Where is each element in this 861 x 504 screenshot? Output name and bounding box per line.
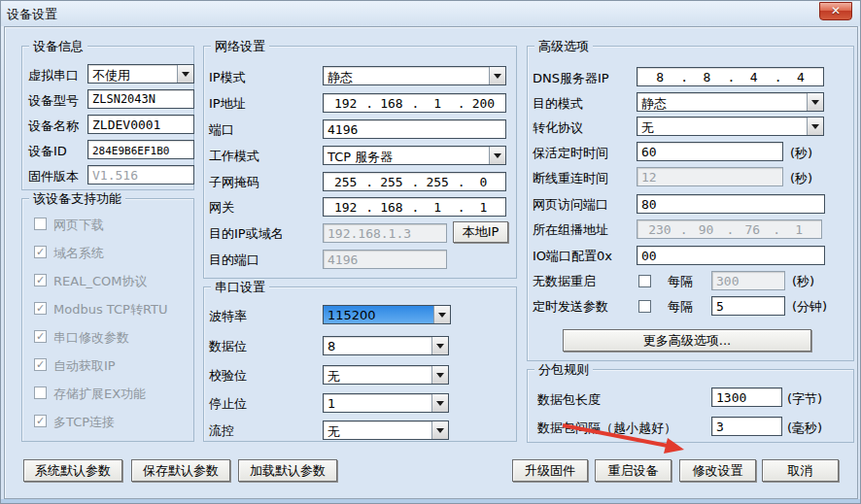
port-field[interactable]: 4196 bbox=[323, 119, 506, 139]
dest-mode-select[interactable]: 静态 bbox=[637, 92, 824, 112]
more-advanced-options-button[interactable]: 更多高级选项... bbox=[563, 329, 811, 352]
device-info-group-label: 设备信息 bbox=[29, 38, 87, 55]
ip-address-field[interactable]: 192.168.1.200 bbox=[323, 93, 506, 113]
apply-settings-button[interactable]: 修改设置 bbox=[679, 459, 756, 482]
protocol-label: 转化协议 bbox=[533, 119, 583, 137]
packet-length-unit: (字节) bbox=[787, 390, 822, 408]
subnet-octet-4[interactable]: 0 bbox=[464, 175, 503, 189]
chevron-down-icon[interactable] bbox=[489, 67, 505, 84]
work-mode-label: 工作模式 bbox=[209, 148, 259, 165]
chevron-down-icon[interactable] bbox=[433, 306, 450, 323]
cancel-button[interactable]: 取消 bbox=[762, 459, 839, 482]
keepalive-unit: (秒) bbox=[790, 145, 812, 162]
io-config-label: IO端口配置0x bbox=[533, 248, 612, 265]
model-field[interactable]: ZLSN2043N bbox=[87, 89, 194, 109]
chevron-down-icon[interactable] bbox=[807, 118, 823, 135]
ip-mode-select[interactable]: 静态 bbox=[323, 66, 506, 85]
reconnect-label: 断线重连时间 bbox=[533, 170, 608, 187]
packet-length-field[interactable]: 1300 bbox=[711, 387, 782, 407]
stop-bits-select[interactable]: 1 bbox=[323, 393, 449, 413]
flow-control-value: 无 bbox=[324, 421, 431, 439]
baud-select[interactable]: 115200 bbox=[323, 305, 451, 324]
save-default-params-button[interactable]: 保存默认参数 bbox=[131, 459, 230, 482]
packet-interval-field[interactable]: 3 bbox=[711, 417, 782, 436]
subnet-octet-2[interactable]: 255 bbox=[371, 175, 411, 189]
no-data-restart-label: 无数据重启 bbox=[533, 273, 596, 290]
data-bits-value: 8 bbox=[324, 337, 431, 354]
timed-send-field[interactable]: 5 bbox=[711, 296, 785, 316]
parity-label: 校验位 bbox=[209, 367, 247, 385]
chevron-down-icon[interactable] bbox=[489, 147, 505, 164]
dns-field[interactable]: 8.8.4.4 bbox=[637, 67, 824, 86]
gateway-field[interactable]: 192.168.1.1 bbox=[323, 197, 506, 217]
work-mode-select[interactable]: TCP 服务器 bbox=[323, 146, 506, 165]
feature-label-realcom: REAL_COM协议 bbox=[53, 273, 147, 290]
baud-label: 波特率 bbox=[209, 308, 247, 325]
feature-checkbox-storage-ex bbox=[34, 386, 47, 399]
gateway-octet-3[interactable]: 1 bbox=[418, 200, 458, 215]
multicast-octet-4: 1 bbox=[778, 222, 819, 237]
subnet-field[interactable]: 255.255.255.0 bbox=[323, 172, 506, 191]
chevron-down-icon[interactable] bbox=[431, 337, 448, 354]
restart-device-button[interactable]: 重启设备 bbox=[595, 459, 672, 482]
feature-checkbox-realcom: ✓ bbox=[34, 274, 47, 286]
load-default-params-button[interactable]: 加载默认参数 bbox=[238, 459, 337, 482]
chevron-down-icon[interactable] bbox=[177, 65, 193, 83]
gateway-octet-1[interactable]: 192 bbox=[326, 200, 365, 215]
close-button[interactable]: ✕ bbox=[819, 2, 852, 20]
gateway-octet-4[interactable]: 1 bbox=[464, 200, 503, 215]
ip-octet-3[interactable]: 1 bbox=[418, 96, 458, 111]
subnet-label: 子网掩码 bbox=[209, 174, 259, 191]
data-bits-label: 数据位 bbox=[209, 338, 247, 355]
title-bar: 设备设置 ✕ bbox=[1, 1, 860, 26]
keepalive-field[interactable]: 60 bbox=[637, 142, 783, 161]
ip-mode-label: IP模式 bbox=[209, 69, 246, 86]
upgrade-firmware-button[interactable]: 升级固件 bbox=[512, 459, 588, 482]
window-title: 设备设置 bbox=[7, 6, 57, 23]
ip-octet-2[interactable]: 168 bbox=[371, 96, 411, 111]
flow-control-select[interactable]: 无 bbox=[323, 420, 449, 440]
chevron-down-icon[interactable] bbox=[431, 421, 448, 439]
dns-octet-2[interactable]: 8 bbox=[686, 70, 727, 84]
dns-octet-4[interactable]: 4 bbox=[780, 70, 821, 84]
protocol-select[interactable]: 无 bbox=[637, 117, 824, 136]
multicast-octet-2: 90 bbox=[686, 222, 727, 237]
feature-label-storage-ex: 存储扩展EX功能 bbox=[53, 386, 146, 403]
web-port-label: 网页访问端口 bbox=[533, 196, 608, 214]
web-port-field[interactable]: 80 bbox=[637, 194, 825, 214]
feature-checkbox-multi-tcp: ✓ bbox=[34, 415, 47, 427]
features-group: 该设备支持功能 bbox=[21, 198, 194, 442]
dns-octet-3[interactable]: 4 bbox=[734, 70, 775, 84]
chevron-down-icon[interactable] bbox=[807, 93, 823, 111]
firmware-label: 固件版本 bbox=[28, 168, 79, 185]
ip-octet-1[interactable]: 192 bbox=[326, 96, 365, 111]
local-ip-button[interactable]: 本地IP bbox=[453, 221, 508, 243]
system-default-params-button[interactable]: 系统默认参数 bbox=[23, 459, 122, 482]
stop-bits-label: 停止位 bbox=[209, 395, 247, 413]
device-name-label: 设备名称 bbox=[28, 118, 79, 135]
ip-address-label: IP地址 bbox=[209, 95, 246, 113]
io-config-field[interactable]: 00 bbox=[637, 246, 825, 265]
subnet-octet-3[interactable]: 255 bbox=[418, 175, 458, 189]
subnet-octet-1[interactable]: 255 bbox=[326, 175, 365, 189]
chevron-down-icon[interactable] bbox=[431, 394, 448, 412]
gateway-octet-2[interactable]: 168 bbox=[371, 200, 411, 215]
timed-send-checkbox[interactable] bbox=[638, 300, 651, 313]
ip-octet-4[interactable]: 200 bbox=[464, 96, 503, 111]
chevron-down-icon[interactable] bbox=[431, 366, 448, 384]
device-id-label: 设备ID bbox=[28, 143, 67, 160]
no-data-restart-checkbox[interactable] bbox=[638, 275, 651, 287]
work-mode-value: TCP 服务器 bbox=[324, 147, 489, 164]
model-label: 设备型号 bbox=[28, 92, 79, 110]
dns-octet-1[interactable]: 8 bbox=[639, 70, 680, 84]
feature-label-modbus: Modbus TCP转RTU bbox=[53, 301, 167, 319]
ip-mode-value: 静态 bbox=[324, 67, 489, 84]
data-bits-select[interactable]: 8 bbox=[323, 336, 449, 355]
virtual-serial-select[interactable]: 不使用 bbox=[87, 64, 194, 84]
protocol-value: 无 bbox=[637, 118, 807, 135]
parity-select[interactable]: 无 bbox=[323, 365, 449, 385]
reconnect-unit: (秒) bbox=[790, 170, 812, 187]
network-group-label: 网络设置 bbox=[211, 38, 269, 55]
window-bottom-border bbox=[1, 499, 860, 503]
device-name-field[interactable]: ZLDEV0001 bbox=[87, 115, 194, 134]
